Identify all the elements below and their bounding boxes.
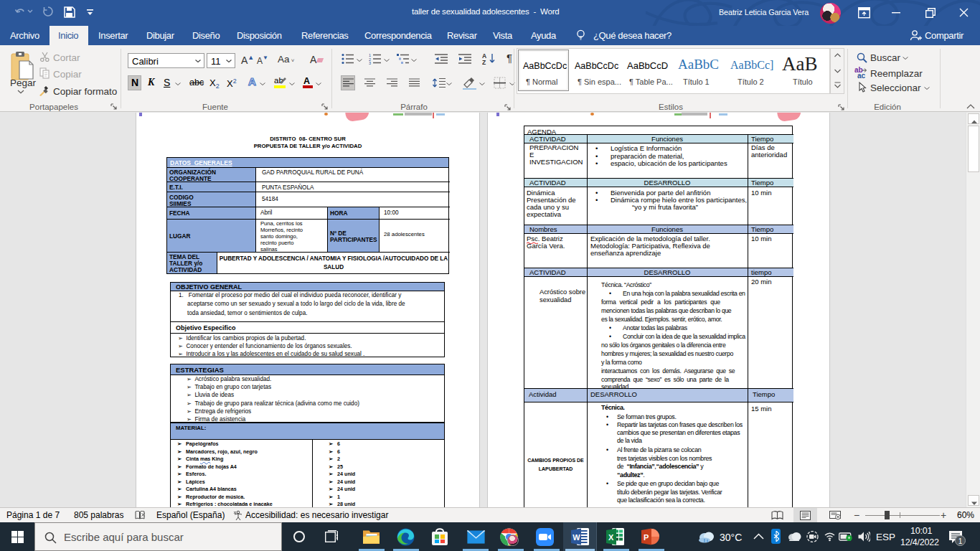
svg-text:P: P [644,533,649,542]
svg-text:Z: Z [482,59,486,65]
svg-text:3: 3 [369,61,371,65]
svg-text:W: W [573,533,580,542]
svg-text:X: X [608,533,614,542]
